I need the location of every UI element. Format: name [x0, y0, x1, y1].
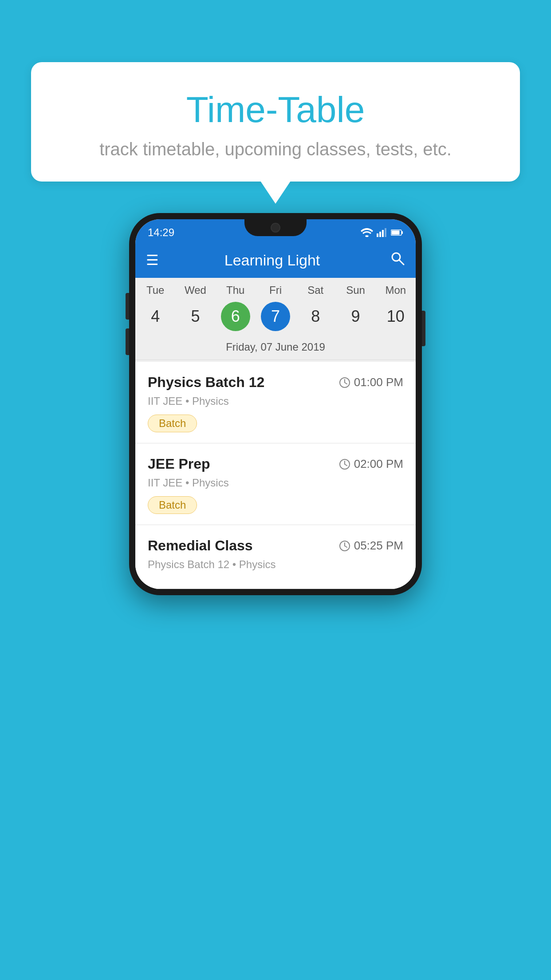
clock-icon-2: [339, 458, 350, 470]
class-item-jee[interactable]: JEE Prep 02:00 PM IIT JEE • Physics Batc…: [135, 443, 416, 525]
svg-line-11: [345, 383, 347, 384]
svg-line-8: [399, 260, 404, 265]
date-number-8: 8: [301, 302, 330, 331]
class-time-2: 02:00 PM: [339, 457, 403, 471]
app-bar: ☰ Learning Light: [135, 242, 416, 278]
weekday-fri: Fri: [256, 284, 295, 296]
weekday-tue: Tue: [135, 284, 175, 296]
clock-icon-1: [339, 377, 350, 388]
dates-row: 4 5 6 7 8 9: [135, 299, 416, 337]
svg-rect-3: [385, 228, 386, 237]
search-icon[interactable]: [390, 251, 405, 269]
date-cell-7[interactable]: 7: [256, 302, 295, 331]
class-item-header-3: Remedial Class 05:25 PM: [148, 537, 403, 554]
volume-down-button: [126, 328, 129, 355]
date-number-7: 7: [261, 302, 290, 331]
class-meta-2: IIT JEE • Physics: [148, 477, 403, 489]
svg-rect-5: [401, 231, 403, 234]
class-item-remedial[interactable]: Remedial Class 05:25 PM Physics Batch 12…: [135, 525, 416, 589]
phone-frame: 14:29: [129, 213, 422, 595]
date-number-9: 9: [341, 302, 370, 331]
class-name-1: Physics Batch 12: [148, 374, 264, 391]
speech-bubble-container: Time-Table track timetable, upcoming cla…: [31, 62, 520, 182]
date-number-6: 6: [221, 302, 250, 331]
bubble-title: Time-Table: [58, 89, 493, 130]
svg-line-14: [345, 464, 347, 466]
phone-screen: 14:29: [135, 219, 416, 589]
weekday-sun: Sun: [335, 284, 375, 296]
status-icons: [361, 228, 403, 237]
class-item-physics[interactable]: Physics Batch 12 01:00 PM IIT JEE • Phys…: [135, 362, 416, 443]
power-button: [422, 311, 425, 346]
weekdays-row: Tue Wed Thu Fri Sat Sun Mon: [135, 278, 416, 299]
battery-icon: [391, 229, 403, 236]
batch-badge-1: Batch: [148, 415, 197, 432]
front-camera: [271, 223, 280, 233]
selected-date-label: Friday, 07 June 2019: [135, 337, 416, 360]
date-number-4: 4: [141, 302, 170, 331]
svg-line-17: [345, 546, 347, 547]
status-time: 14:29: [148, 226, 174, 239]
phone-notch: [244, 219, 307, 236]
date-number-10: 10: [381, 302, 410, 331]
signal-icon: [377, 228, 387, 237]
class-name-3: Remedial Class: [148, 537, 253, 554]
weekday-mon: Mon: [376, 284, 416, 296]
class-time-3: 05:25 PM: [339, 539, 403, 553]
class-name-2: JEE Prep: [148, 456, 210, 472]
date-cell-9[interactable]: 9: [335, 302, 375, 331]
date-cell-8[interactable]: 8: [295, 302, 335, 331]
date-number-5: 5: [181, 302, 210, 331]
svg-rect-0: [377, 233, 378, 237]
weekday-wed: Wed: [175, 284, 215, 296]
class-time-1: 01:00 PM: [339, 375, 403, 389]
svg-rect-2: [382, 230, 384, 237]
svg-rect-6: [392, 231, 400, 235]
svg-rect-1: [379, 232, 381, 237]
class-item-header-2: JEE Prep 02:00 PM: [148, 456, 403, 472]
phone-container: 14:29: [129, 213, 422, 595]
bubble-subtitle: track timetable, upcoming classes, tests…: [58, 139, 493, 159]
clock-icon-3: [339, 540, 350, 552]
class-meta-3: Physics Batch 12 • Physics: [148, 558, 403, 571]
wifi-icon: [361, 228, 373, 237]
weekday-thu: Thu: [216, 284, 256, 296]
weekday-sat: Sat: [295, 284, 335, 296]
batch-badge-2: Batch: [148, 496, 197, 514]
speech-bubble: Time-Table track timetable, upcoming cla…: [31, 62, 520, 182]
date-cell-4[interactable]: 4: [135, 302, 175, 331]
date-cell-6[interactable]: 6: [216, 302, 256, 331]
volume-up-button: [126, 293, 129, 320]
date-cell-5[interactable]: 5: [175, 302, 215, 331]
date-cell-10[interactable]: 10: [376, 302, 416, 331]
hamburger-icon[interactable]: ☰: [146, 253, 159, 267]
app-bar-title: Learning Light: [168, 252, 377, 269]
class-meta-1: IIT JEE • Physics: [148, 395, 403, 407]
calendar-section: Tue Wed Thu Fri Sat Sun Mon 4 5: [135, 278, 416, 362]
class-item-header-1: Physics Batch 12 01:00 PM: [148, 374, 403, 391]
